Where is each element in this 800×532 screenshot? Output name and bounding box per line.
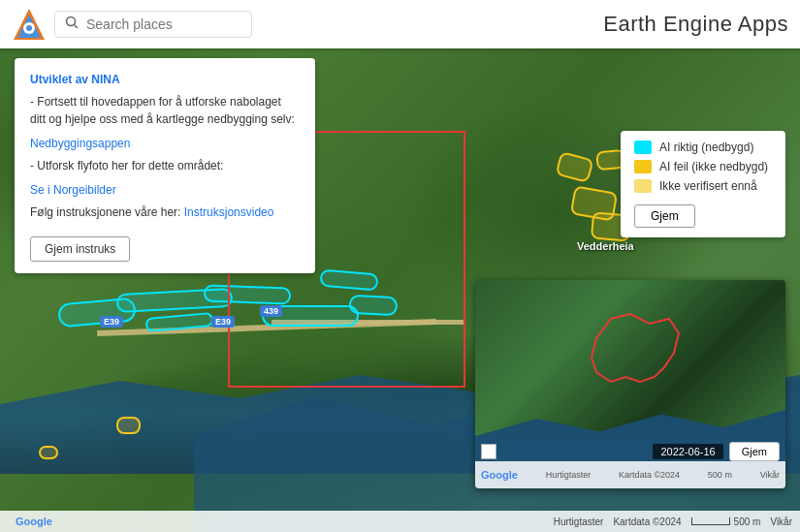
instruk-row: Følg instruksjonene våre her: Instruksjo… [30, 203, 300, 221]
road-badge-e39-2: E39 [211, 316, 235, 328]
app-logo [12, 7, 47, 42]
legend-color-yellow-1 [634, 160, 652, 173]
inset-google-logo: Google [481, 469, 518, 481]
legend-item-ai-incorrect: AI feil (ikke nedbygd) [634, 160, 772, 173]
scale-bar: 500 m [691, 516, 761, 527]
inset-hurtigtaster: Hurtigtaster [546, 470, 592, 480]
scale-line [691, 517, 730, 525]
bottom-bar: Google Hurtigtaster Kartdata ©2024 500 m… [0, 511, 800, 532]
top-bar: Earth Engine Apps [0, 0, 800, 48]
inset-overlay-row: 2022-06-16 Gjem [475, 442, 785, 461]
app-title: Earth Engine Apps [603, 12, 788, 37]
info-main-text: - Fortsett til hovedappen for å utforske… [30, 93, 300, 128]
legend-item-unverified: Ikke verifisert ennå [634, 179, 772, 193]
search-input[interactable] [86, 16, 241, 32]
scale-label: 500 m [734, 516, 761, 527]
inset-kartdata: Kartdata ©2024 [619, 470, 680, 480]
inset-vikar: Vikår [760, 470, 780, 480]
inset-toggle-square[interactable] [481, 444, 496, 459]
app-link[interactable]: Nedbyggingsappen [30, 137, 130, 150]
info-panel: Utviklet av NINA - Fortsett til hovedapp… [15, 58, 315, 273]
inset-scale: 500 m [708, 470, 732, 480]
inset-gjem-button[interactable]: Gjem [729, 442, 780, 461]
norgei-link[interactable]: Se i Norgeibilder [30, 183, 116, 197]
inset-bottom-bar: Google Hurtigtaster Kartdata ©2024 500 m… [475, 461, 785, 488]
svg-line-5 [75, 25, 79, 29]
vikar-label: Vikår [770, 516, 792, 527]
map-label-vedderheia: Vedderheia [577, 240, 634, 252]
hurtigtaster-label: Hurtigtaster [554, 516, 604, 527]
legend-item-ai-correct: AI riktig (nedbygd) [634, 141, 772, 154]
kartdata-label: Kartdata ©2024 [613, 516, 681, 527]
search-icon [65, 16, 79, 33]
legend-label-unverified: Ikke verifisert ennå [659, 179, 757, 193]
hide-instructions-button[interactable]: Gjem instruks [30, 236, 130, 262]
instruk-video-link[interactable]: Instruksjonsvideo [184, 205, 274, 219]
legend-color-cyan [634, 141, 652, 154]
ai-incorrect-outline-5 [116, 417, 141, 434]
logo-area [12, 7, 252, 42]
legend-label-ai-correct: AI riktig (nedbygd) [659, 141, 753, 154]
flyfoto-text: - Utforsk flyfoto her for dette området: [30, 157, 300, 174]
developer-link[interactable]: Utviklet av NINA [30, 73, 120, 86]
inset-red-outline [533, 299, 727, 435]
road-badge-e39-1: E39 [100, 316, 123, 328]
google-logo: Google [16, 516, 52, 527]
svg-point-3 [26, 25, 32, 31]
inset-map[interactable]: 2022-06-16 Gjem Google Hurtigtaster Kart… [475, 280, 785, 488]
search-bar[interactable] [54, 11, 252, 38]
legend-hide-button[interactable]: Gjem [634, 204, 695, 228]
ai-incorrect-outline-6 [39, 446, 58, 459]
legend-panel: AI riktig (nedbygd) AI feil (ikke nedbyg… [621, 131, 785, 237]
inset-date-badge: 2022-06-16 [653, 444, 722, 459]
road-badge-439: 439 [260, 305, 282, 317]
legend-color-yellow-2 [634, 179, 652, 193]
legend-label-ai-incorrect: AI feil (ikke nedbygd) [659, 160, 768, 173]
svg-point-4 [67, 17, 76, 26]
